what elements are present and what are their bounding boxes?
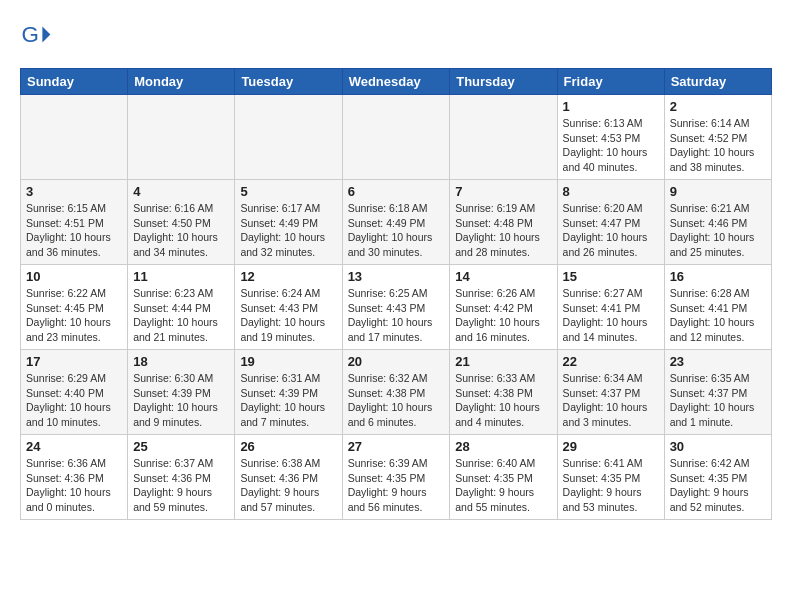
day-info: Sunrise: 6:13 AM Sunset: 4:53 PM Dayligh… bbox=[563, 116, 659, 175]
day-number: 1 bbox=[563, 99, 659, 114]
calendar-day-cell: 20Sunrise: 6:32 AM Sunset: 4:38 PM Dayli… bbox=[342, 350, 450, 435]
calendar-day-cell bbox=[342, 95, 450, 180]
calendar-day-cell: 22Sunrise: 6:34 AM Sunset: 4:37 PM Dayli… bbox=[557, 350, 664, 435]
calendar-day-cell: 3Sunrise: 6:15 AM Sunset: 4:51 PM Daylig… bbox=[21, 180, 128, 265]
day-of-week-header: Tuesday bbox=[235, 69, 342, 95]
day-of-week-header: Sunday bbox=[21, 69, 128, 95]
day-info: Sunrise: 6:17 AM Sunset: 4:49 PM Dayligh… bbox=[240, 201, 336, 260]
page-header: G bbox=[20, 20, 772, 52]
day-info: Sunrise: 6:29 AM Sunset: 4:40 PM Dayligh… bbox=[26, 371, 122, 430]
calendar-day-cell bbox=[128, 95, 235, 180]
day-info: Sunrise: 6:34 AM Sunset: 4:37 PM Dayligh… bbox=[563, 371, 659, 430]
day-number: 30 bbox=[670, 439, 766, 454]
day-info: Sunrise: 6:24 AM Sunset: 4:43 PM Dayligh… bbox=[240, 286, 336, 345]
day-number: 15 bbox=[563, 269, 659, 284]
calendar-week-row: 24Sunrise: 6:36 AM Sunset: 4:36 PM Dayli… bbox=[21, 435, 772, 520]
svg-text:G: G bbox=[22, 22, 39, 47]
day-info: Sunrise: 6:41 AM Sunset: 4:35 PM Dayligh… bbox=[563, 456, 659, 515]
day-info: Sunrise: 6:20 AM Sunset: 4:47 PM Dayligh… bbox=[563, 201, 659, 260]
day-number: 20 bbox=[348, 354, 445, 369]
day-info: Sunrise: 6:21 AM Sunset: 4:46 PM Dayligh… bbox=[670, 201, 766, 260]
calendar-day-cell: 6Sunrise: 6:18 AM Sunset: 4:49 PM Daylig… bbox=[342, 180, 450, 265]
calendar-week-row: 17Sunrise: 6:29 AM Sunset: 4:40 PM Dayli… bbox=[21, 350, 772, 435]
day-of-week-header: Saturday bbox=[664, 69, 771, 95]
calendar-day-cell bbox=[21, 95, 128, 180]
calendar-day-cell: 11Sunrise: 6:23 AM Sunset: 4:44 PM Dayli… bbox=[128, 265, 235, 350]
calendar-day-cell: 25Sunrise: 6:37 AM Sunset: 4:36 PM Dayli… bbox=[128, 435, 235, 520]
logo: G bbox=[20, 20, 56, 52]
day-number: 8 bbox=[563, 184, 659, 199]
calendar-day-cell: 21Sunrise: 6:33 AM Sunset: 4:38 PM Dayli… bbox=[450, 350, 557, 435]
day-info: Sunrise: 6:32 AM Sunset: 4:38 PM Dayligh… bbox=[348, 371, 445, 430]
calendar-day-cell: 30Sunrise: 6:42 AM Sunset: 4:35 PM Dayli… bbox=[664, 435, 771, 520]
day-info: Sunrise: 6:27 AM Sunset: 4:41 PM Dayligh… bbox=[563, 286, 659, 345]
calendar-day-cell: 2Sunrise: 6:14 AM Sunset: 4:52 PM Daylig… bbox=[664, 95, 771, 180]
day-number: 25 bbox=[133, 439, 229, 454]
day-info: Sunrise: 6:37 AM Sunset: 4:36 PM Dayligh… bbox=[133, 456, 229, 515]
day-info: Sunrise: 6:39 AM Sunset: 4:35 PM Dayligh… bbox=[348, 456, 445, 515]
calendar-day-cell: 29Sunrise: 6:41 AM Sunset: 4:35 PM Dayli… bbox=[557, 435, 664, 520]
svg-marker-1 bbox=[42, 26, 50, 42]
calendar-day-cell: 16Sunrise: 6:28 AM Sunset: 4:41 PM Dayli… bbox=[664, 265, 771, 350]
calendar-day-cell: 17Sunrise: 6:29 AM Sunset: 4:40 PM Dayli… bbox=[21, 350, 128, 435]
day-info: Sunrise: 6:33 AM Sunset: 4:38 PM Dayligh… bbox=[455, 371, 551, 430]
day-info: Sunrise: 6:42 AM Sunset: 4:35 PM Dayligh… bbox=[670, 456, 766, 515]
calendar-day-cell: 27Sunrise: 6:39 AM Sunset: 4:35 PM Dayli… bbox=[342, 435, 450, 520]
calendar-day-cell: 13Sunrise: 6:25 AM Sunset: 4:43 PM Dayli… bbox=[342, 265, 450, 350]
day-number: 17 bbox=[26, 354, 122, 369]
day-info: Sunrise: 6:28 AM Sunset: 4:41 PM Dayligh… bbox=[670, 286, 766, 345]
calendar-day-cell: 15Sunrise: 6:27 AM Sunset: 4:41 PM Dayli… bbox=[557, 265, 664, 350]
calendar-week-row: 10Sunrise: 6:22 AM Sunset: 4:45 PM Dayli… bbox=[21, 265, 772, 350]
day-info: Sunrise: 6:40 AM Sunset: 4:35 PM Dayligh… bbox=[455, 456, 551, 515]
calendar-day-cell: 4Sunrise: 6:16 AM Sunset: 4:50 PM Daylig… bbox=[128, 180, 235, 265]
calendar-day-cell: 10Sunrise: 6:22 AM Sunset: 4:45 PM Dayli… bbox=[21, 265, 128, 350]
day-of-week-header: Friday bbox=[557, 69, 664, 95]
calendar-day-cell: 18Sunrise: 6:30 AM Sunset: 4:39 PM Dayli… bbox=[128, 350, 235, 435]
day-number: 18 bbox=[133, 354, 229, 369]
day-number: 4 bbox=[133, 184, 229, 199]
day-info: Sunrise: 6:16 AM Sunset: 4:50 PM Dayligh… bbox=[133, 201, 229, 260]
day-number: 26 bbox=[240, 439, 336, 454]
calendar-day-cell: 12Sunrise: 6:24 AM Sunset: 4:43 PM Dayli… bbox=[235, 265, 342, 350]
day-number: 28 bbox=[455, 439, 551, 454]
day-info: Sunrise: 6:22 AM Sunset: 4:45 PM Dayligh… bbox=[26, 286, 122, 345]
day-number: 29 bbox=[563, 439, 659, 454]
calendar-table: SundayMondayTuesdayWednesdayThursdayFrid… bbox=[20, 68, 772, 520]
day-info: Sunrise: 6:30 AM Sunset: 4:39 PM Dayligh… bbox=[133, 371, 229, 430]
calendar-day-cell: 26Sunrise: 6:38 AM Sunset: 4:36 PM Dayli… bbox=[235, 435, 342, 520]
day-number: 7 bbox=[455, 184, 551, 199]
calendar-day-cell bbox=[450, 95, 557, 180]
calendar-week-row: 1Sunrise: 6:13 AM Sunset: 4:53 PM Daylig… bbox=[21, 95, 772, 180]
calendar-day-cell: 8Sunrise: 6:20 AM Sunset: 4:47 PM Daylig… bbox=[557, 180, 664, 265]
day-info: Sunrise: 6:14 AM Sunset: 4:52 PM Dayligh… bbox=[670, 116, 766, 175]
day-number: 27 bbox=[348, 439, 445, 454]
calendar-day-cell: 24Sunrise: 6:36 AM Sunset: 4:36 PM Dayli… bbox=[21, 435, 128, 520]
calendar-day-cell: 23Sunrise: 6:35 AM Sunset: 4:37 PM Dayli… bbox=[664, 350, 771, 435]
calendar-day-cell: 14Sunrise: 6:26 AM Sunset: 4:42 PM Dayli… bbox=[450, 265, 557, 350]
day-number: 5 bbox=[240, 184, 336, 199]
calendar-day-cell: 1Sunrise: 6:13 AM Sunset: 4:53 PM Daylig… bbox=[557, 95, 664, 180]
calendar-day-cell: 19Sunrise: 6:31 AM Sunset: 4:39 PM Dayli… bbox=[235, 350, 342, 435]
day-number: 2 bbox=[670, 99, 766, 114]
day-number: 19 bbox=[240, 354, 336, 369]
day-number: 10 bbox=[26, 269, 122, 284]
calendar-day-cell: 5Sunrise: 6:17 AM Sunset: 4:49 PM Daylig… bbox=[235, 180, 342, 265]
day-info: Sunrise: 6:19 AM Sunset: 4:48 PM Dayligh… bbox=[455, 201, 551, 260]
day-number: 6 bbox=[348, 184, 445, 199]
day-info: Sunrise: 6:25 AM Sunset: 4:43 PM Dayligh… bbox=[348, 286, 445, 345]
day-number: 9 bbox=[670, 184, 766, 199]
day-number: 11 bbox=[133, 269, 229, 284]
day-number: 12 bbox=[240, 269, 336, 284]
day-number: 24 bbox=[26, 439, 122, 454]
day-number: 13 bbox=[348, 269, 445, 284]
calendar-day-cell: 28Sunrise: 6:40 AM Sunset: 4:35 PM Dayli… bbox=[450, 435, 557, 520]
logo-icon: G bbox=[20, 20, 52, 52]
calendar-header-row: SundayMondayTuesdayWednesdayThursdayFrid… bbox=[21, 69, 772, 95]
calendar-day-cell bbox=[235, 95, 342, 180]
day-info: Sunrise: 6:15 AM Sunset: 4:51 PM Dayligh… bbox=[26, 201, 122, 260]
day-info: Sunrise: 6:26 AM Sunset: 4:42 PM Dayligh… bbox=[455, 286, 551, 345]
calendar-day-cell: 9Sunrise: 6:21 AM Sunset: 4:46 PM Daylig… bbox=[664, 180, 771, 265]
day-number: 16 bbox=[670, 269, 766, 284]
day-info: Sunrise: 6:23 AM Sunset: 4:44 PM Dayligh… bbox=[133, 286, 229, 345]
day-info: Sunrise: 6:31 AM Sunset: 4:39 PM Dayligh… bbox=[240, 371, 336, 430]
